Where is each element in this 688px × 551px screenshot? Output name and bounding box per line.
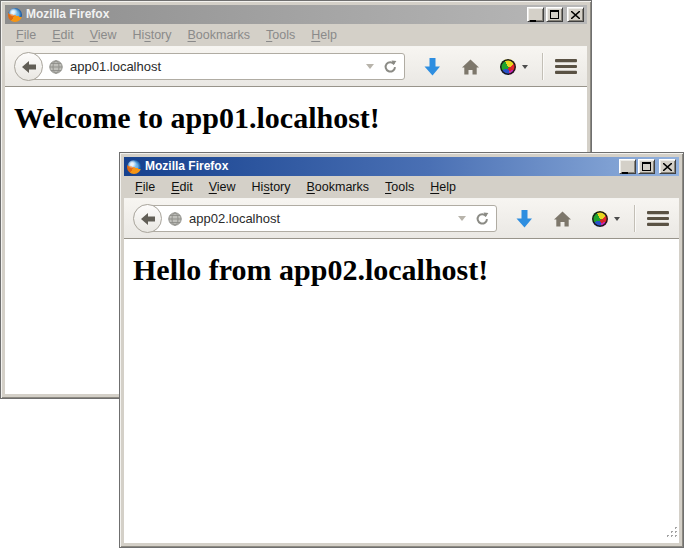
- addon-icon: [500, 59, 516, 75]
- addon-dropdown-icon: [614, 217, 620, 221]
- maximize-icon: [642, 162, 651, 171]
- menu-file[interactable]: File: [8, 26, 44, 44]
- menu-button[interactable]: [647, 210, 669, 227]
- navigation-toolbar: app01.localhost: [5, 46, 587, 87]
- url-bar[interactable]: app02.localhost: [146, 205, 497, 232]
- menu-file[interactable]: File: [127, 178, 163, 196]
- toolbar-separator: [542, 53, 543, 80]
- menu-history[interactable]: History: [125, 26, 180, 44]
- menu-tools[interactable]: Tools: [258, 26, 303, 44]
- maximize-icon: [550, 10, 559, 19]
- back-arrow-icon: [141, 213, 155, 225]
- download-button[interactable]: [516, 210, 533, 228]
- menu-history[interactable]: History: [244, 178, 299, 196]
- window-title: Mozilla Firefox: [145, 157, 228, 176]
- resize-grip[interactable]: [664, 524, 678, 542]
- maximize-button[interactable]: [638, 159, 655, 174]
- close-icon: [663, 163, 672, 171]
- close-icon: [571, 11, 580, 19]
- reload-icon: [475, 212, 489, 226]
- window-app02: Mozilla Firefox File Edit View History B…: [119, 152, 684, 548]
- urlbar-dropdown-icon[interactable]: [366, 64, 374, 69]
- resize-grip-icon: [664, 524, 678, 538]
- home-icon: [462, 59, 479, 75]
- download-button[interactable]: [424, 58, 441, 76]
- addon-dropdown-icon: [522, 65, 528, 69]
- menu-help[interactable]: Help: [303, 26, 345, 44]
- page-heading: Hello from app02.localhost!: [133, 253, 679, 287]
- minimize-icon: [622, 165, 630, 174]
- url-text: app02.localhost: [189, 211, 454, 226]
- back-arrow-icon: [22, 61, 36, 73]
- reload-icon: [383, 60, 397, 74]
- menu-tools[interactable]: Tools: [377, 178, 422, 196]
- reload-button[interactable]: [383, 60, 397, 74]
- menu-edit[interactable]: Edit: [163, 178, 201, 196]
- hamburger-icon: [555, 58, 577, 75]
- firefox-logo-icon: [8, 8, 22, 22]
- toolbar-separator: [634, 205, 635, 232]
- download-icon: [424, 58, 441, 76]
- titlebar[interactable]: Mozilla Firefox: [124, 157, 679, 176]
- maximize-button[interactable]: [546, 7, 563, 22]
- menu-edit[interactable]: Edit: [44, 26, 82, 44]
- caption-buttons: [617, 159, 676, 174]
- home-button[interactable]: [554, 211, 571, 227]
- minimize-button[interactable]: [619, 159, 636, 174]
- minimize-icon: [530, 13, 538, 22]
- url-text: app01.localhost: [70, 59, 362, 74]
- page-heading: Welcome to app01.localhost!: [14, 101, 587, 135]
- desktop: Mozilla Firefox File Edit View History B…: [0, 0, 688, 551]
- urlbar-dropdown-icon[interactable]: [458, 216, 466, 221]
- url-bar[interactable]: app01.localhost: [27, 53, 405, 80]
- minimize-button[interactable]: [527, 7, 544, 22]
- reload-button[interactable]: [475, 212, 489, 226]
- globe-icon: [49, 60, 63, 74]
- menu-button[interactable]: [555, 58, 577, 75]
- titlebar[interactable]: Mozilla Firefox: [5, 5, 587, 24]
- menu-view[interactable]: View: [82, 26, 125, 44]
- globe-icon: [168, 212, 182, 226]
- navigation-toolbar: app02.localhost: [124, 198, 679, 239]
- close-button[interactable]: [659, 159, 676, 174]
- caption-buttons: [525, 7, 584, 22]
- addon-button[interactable]: [500, 59, 528, 75]
- menu-bookmarks[interactable]: Bookmarks: [299, 178, 378, 196]
- hamburger-icon: [647, 210, 669, 227]
- back-button[interactable]: [14, 52, 43, 81]
- menubar: File Edit View History Bookmarks Tools H…: [5, 24, 587, 46]
- addon-icon: [592, 211, 608, 227]
- back-button[interactable]: [133, 204, 162, 233]
- menu-help[interactable]: Help: [422, 178, 464, 196]
- menubar: File Edit View History Bookmarks Tools H…: [124, 176, 679, 198]
- home-button[interactable]: [462, 59, 479, 75]
- download-icon: [516, 210, 533, 228]
- firefox-logo-icon: [127, 160, 141, 174]
- page-content: Hello from app02.localhost!: [124, 239, 679, 543]
- home-icon: [554, 211, 571, 227]
- addon-button[interactable]: [592, 211, 620, 227]
- close-button[interactable]: [567, 7, 584, 22]
- window-title: Mozilla Firefox: [26, 5, 109, 24]
- menu-view[interactable]: View: [201, 178, 244, 196]
- menu-bookmarks[interactable]: Bookmarks: [180, 26, 259, 44]
